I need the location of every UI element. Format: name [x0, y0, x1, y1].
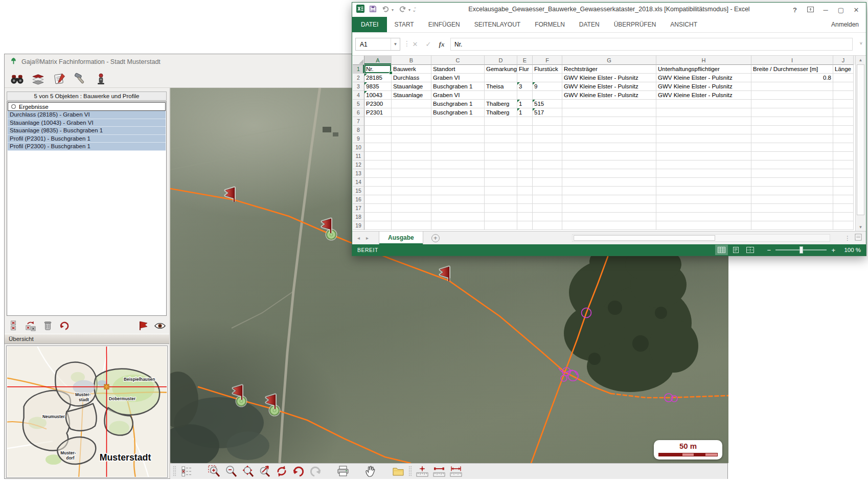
measure-distance-icon[interactable]: [432, 465, 446, 478]
ribbon-tab-ansicht[interactable]: ANSICHT: [663, 17, 704, 32]
cell-D14[interactable]: [485, 178, 517, 187]
cell-B7[interactable]: [392, 117, 431, 126]
cell-H14[interactable]: [656, 178, 751, 187]
cell-A4[interactable]: 10043: [364, 91, 392, 100]
cell-H7[interactable]: [656, 117, 751, 126]
report-icon[interactable]: [51, 71, 67, 86]
flag-icon[interactable]: [137, 319, 149, 332]
cell-G8[interactable]: [562, 126, 656, 134]
ribbon-tab-formeln[interactable]: FORMELN: [528, 17, 572, 32]
cell-E16[interactable]: [517, 195, 533, 204]
row-header-7[interactable]: 7: [353, 117, 364, 126]
undo-map-icon[interactable]: [292, 465, 305, 478]
cell-A18[interactable]: [364, 213, 392, 221]
close-button[interactable]: ✕: [849, 6, 864, 14]
overview-map[interactable]: Beispielhausen Muster- stadt Dobermuster…: [6, 346, 168, 478]
cell-I9[interactable]: [751, 134, 833, 143]
cell-C4[interactable]: Graben VI: [431, 91, 485, 100]
cell-J16[interactable]: [833, 195, 854, 204]
undo-dropdown-icon[interactable]: ▾: [392, 8, 394, 12]
visibility-icon[interactable]: [154, 319, 166, 332]
cell-E1[interactable]: Flur: [517, 65, 533, 74]
cell-J15[interactable]: [833, 187, 854, 195]
cell-B16[interactable]: [392, 195, 431, 204]
cell-I19[interactable]: [751, 221, 833, 230]
cell-E15[interactable]: [517, 187, 533, 195]
sheet-next-icon[interactable]: ▸: [366, 235, 369, 241]
cell-E13[interactable]: [517, 169, 533, 178]
row-header-8[interactable]: 8: [353, 126, 364, 134]
cell-J19[interactable]: [833, 221, 854, 230]
cell-I10[interactable]: [751, 143, 833, 152]
row-header-2[interactable]: 2: [353, 74, 364, 82]
zoom-in-button[interactable]: +: [830, 246, 837, 254]
sheet-tab-ausgabe[interactable]: Ausgabe: [379, 232, 423, 244]
cell-I8[interactable]: [751, 126, 833, 134]
zoom-out-icon[interactable]: [224, 465, 238, 478]
cell-G3[interactable]: GWV Kleine Elster - Pulsnitz: [562, 82, 656, 91]
cell-G5[interactable]: [562, 100, 656, 108]
cell-I14[interactable]: [751, 178, 833, 187]
zoom-select-icon[interactable]: [258, 465, 271, 478]
column-header-I[interactable]: I: [751, 56, 833, 65]
cell-C9[interactable]: [431, 134, 485, 143]
row-header-4[interactable]: 4: [353, 91, 364, 100]
cell-G4[interactable]: GWV Kleine Elster - Pulsnitz: [562, 91, 656, 100]
vertical-scrollbar[interactable]: ▲ ▼: [855, 56, 865, 231]
cell-F19[interactable]: [533, 221, 562, 230]
cell-E12[interactable]: [517, 160, 533, 169]
help-button[interactable]: ?: [787, 6, 803, 14]
cell-D3[interactable]: Theisa: [485, 82, 517, 91]
cell-F6[interactable]: 517: [533, 108, 562, 117]
cell-D5[interactable]: Thalberg: [485, 100, 517, 108]
cell-H10[interactable]: [656, 143, 751, 152]
cell-A6[interactable]: P2301: [364, 108, 392, 117]
cell-B11[interactable]: [392, 152, 431, 160]
row-header-12[interactable]: 12: [353, 160, 364, 169]
cell-G6[interactable]: [562, 108, 656, 117]
cell-F8[interactable]: [533, 126, 562, 134]
cell-F16[interactable]: [533, 195, 562, 204]
ribbon-display-button[interactable]: [803, 6, 818, 14]
cell-F1[interactable]: Flurstück: [533, 65, 562, 74]
cell-I6[interactable]: [751, 108, 833, 117]
ribbon-tab-start[interactable]: START: [387, 17, 421, 32]
cell-E4[interactable]: [517, 91, 533, 100]
cell-E6[interactable]: 1: [517, 108, 533, 117]
cell-C6[interactable]: Buschgraben 1: [431, 108, 485, 117]
cell-B8[interactable]: [392, 126, 431, 134]
layers-icon[interactable]: [30, 71, 46, 86]
cell-H8[interactable]: [656, 126, 751, 134]
cell-A16[interactable]: [364, 195, 392, 204]
sheet-prev-icon[interactable]: ◂: [357, 235, 360, 241]
column-header-C[interactable]: C: [431, 56, 485, 65]
cell-H2[interactable]: GWV Kleine Elster - Pulsnitz: [656, 74, 751, 82]
cell-G14[interactable]: [562, 178, 656, 187]
redo-excel-icon[interactable]: [398, 5, 407, 14]
cell-D15[interactable]: [485, 187, 517, 195]
cell-C15[interactable]: [431, 187, 485, 195]
cell-F18[interactable]: [533, 213, 562, 221]
cell-H3[interactable]: GWV Kleine Elster - Pulsnitz: [656, 82, 751, 91]
cell-J5[interactable]: [833, 100, 854, 108]
cell-D16[interactable]: [485, 195, 517, 204]
cell-G13[interactable]: [562, 169, 656, 178]
cell-G7[interactable]: [562, 117, 656, 126]
column-header-A[interactable]: A: [364, 56, 392, 65]
cell-C2[interactable]: Graben VI: [431, 74, 485, 82]
signin-link[interactable]: Anmelden: [831, 21, 859, 28]
cell-F9[interactable]: [533, 134, 562, 143]
redo-map-icon[interactable]: [309, 465, 322, 478]
formula-bar[interactable]: Nr.: [450, 38, 853, 51]
cell-F11[interactable]: [533, 152, 562, 160]
cell-I7[interactable]: [751, 117, 833, 126]
cell-E11[interactable]: [517, 152, 533, 160]
cell-I13[interactable]: [751, 169, 833, 178]
horizontal-scrollbar-thumb[interactable]: [574, 235, 715, 241]
cell-E7[interactable]: [517, 117, 533, 126]
cell-C11[interactable]: [431, 152, 485, 160]
cell-J4[interactable]: [833, 91, 854, 100]
row-header-1[interactable]: 1: [353, 65, 364, 74]
cell-H17[interactable]: [656, 204, 751, 213]
cell-J8[interactable]: [833, 126, 854, 134]
